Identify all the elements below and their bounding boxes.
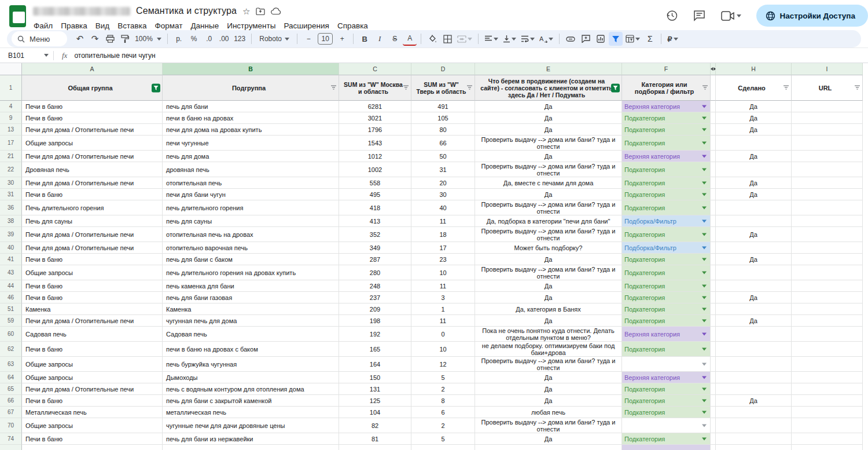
cell-e[interactable]: Да (475, 372, 622, 383)
column-header-D[interactable]: D (411, 63, 475, 75)
menu-item-5[interactable]: Данные (186, 20, 223, 31)
cell-d[interactable]: 3 (411, 292, 475, 303)
horizontal-align-button[interactable] (483, 32, 500, 46)
cell-c[interactable]: 1796 (339, 124, 411, 136)
menu-item-2[interactable]: Вид (91, 20, 113, 31)
cell-h[interactable]: Да (716, 124, 792, 136)
cell-i[interactable] (792, 280, 863, 292)
decrease-font-size-button[interactable]: − (301, 32, 315, 46)
cell-e[interactable]: Да (475, 383, 622, 395)
increase-font-size-button[interactable]: + (335, 32, 349, 46)
cell-e[interactable]: Проверить выдачу --> дома или бани? туда… (475, 418, 622, 433)
cell-c[interactable]: 82 (339, 418, 411, 433)
cell-b[interactable]: Садовая печь (163, 327, 339, 342)
cell-c[interactable]: 150 (339, 372, 411, 383)
cell-h[interactable] (716, 372, 792, 383)
cell-h[interactable] (716, 265, 792, 280)
filter-active-icon[interactable] (611, 83, 620, 92)
font-size-input[interactable]: 10 (318, 33, 333, 45)
insert-comment-button[interactable] (579, 32, 593, 46)
cell-a[interactable]: Печь длительного горения (22, 200, 163, 215)
cell-h[interactable]: Да (716, 395, 792, 407)
filter-icon[interactable] (783, 85, 789, 92)
cell-a[interactable]: Печи для дома / Отопительные печи (22, 315, 163, 327)
cell-i[interactable] (792, 315, 863, 327)
cell-b[interactable]: чугунная печь для дома (163, 315, 339, 327)
cell-e[interactable]: Да, вместе с печами для дома (475, 177, 622, 189)
row-header-46[interactable]: 46 (0, 292, 22, 303)
cell-h[interactable] (716, 200, 792, 215)
column-header-I[interactable]: I (792, 63, 863, 75)
cell-h[interactable] (716, 280, 792, 292)
cell-i[interactable] (792, 327, 863, 342)
cell-i[interactable] (792, 383, 863, 395)
strikethrough-button[interactable]: S (388, 32, 402, 46)
name-box[interactable]: B101 (0, 52, 53, 60)
category-dropdown[interactable]: Подкатегория (622, 189, 711, 200)
cell-d[interactable]: 80 (411, 124, 475, 136)
cell-e[interactable]: Да (475, 280, 622, 292)
category-dropdown[interactable] (622, 357, 711, 372)
cell-d[interactable]: 11 (411, 215, 475, 227)
cell-i[interactable] (792, 433, 863, 445)
cell-d[interactable]: 5 (411, 372, 475, 383)
row-header-74[interactable]: 74 (0, 433, 22, 445)
sheets-logo-icon[interactable] (9, 5, 26, 27)
cell-c[interactable]: 418 (339, 200, 411, 215)
cell-i[interactable] (792, 112, 863, 124)
cell-d[interactable]: 20 (411, 177, 475, 189)
row-header-31[interactable]: 31 (0, 189, 22, 200)
cell-a[interactable]: Печи в баню (22, 280, 163, 292)
cell-d[interactable]: 8 (411, 395, 475, 407)
cell-b[interactable]: печи чугунные (163, 136, 339, 151)
filter-views-button[interactable] (624, 32, 642, 46)
formula-input[interactable]: отопительные печи чугун (74, 52, 155, 60)
cell-d[interactable]: 31 (411, 162, 475, 177)
category-dropdown[interactable]: Подкатегория (622, 303, 711, 315)
menu-item-3[interactable]: Вставка (113, 20, 150, 31)
cell-b[interactable]: печь длительного горения на дровах купит… (163, 265, 339, 280)
cell-e[interactable]: Проверить выдачу --> дома или бани? туда… (475, 227, 622, 242)
cell-b[interactable]: печи для бани чугун (163, 189, 339, 200)
insert-chart-button[interactable] (594, 32, 608, 46)
cell-a[interactable]: Печи в баню (22, 395, 163, 407)
cell-a[interactable]: Общие запросы (22, 418, 163, 433)
cell-c[interactable]: 198 (339, 315, 411, 327)
cell-e[interactable]: Да (475, 189, 622, 200)
text-wrap-button[interactable] (519, 32, 536, 46)
cell-i[interactable] (792, 215, 863, 227)
cell-c[interactable]: 495 (339, 189, 411, 200)
cell-h[interactable]: Да (716, 101, 792, 112)
cell-a[interactable]: Печи в баню (22, 101, 163, 112)
cell-i[interactable] (792, 265, 863, 280)
cell-c[interactable]: 165 (339, 342, 411, 357)
star-icon[interactable]: ☆ (242, 7, 250, 16)
cell-a[interactable]: Печи для дома / Отопительные печи (22, 227, 163, 242)
menus-search[interactable]: Меню (12, 31, 67, 46)
cell-i[interactable] (792, 189, 863, 200)
doc-title[interactable]: Семантика и структура (136, 6, 237, 16)
cell-b[interactable]: печь буржуйка чугунная (163, 357, 339, 372)
row-header-17[interactable]: 17 (0, 136, 22, 151)
cell-b[interactable]: отопительная печь на дровах (163, 227, 339, 242)
cell-i[interactable] (792, 395, 863, 407)
insert-link-button[interactable] (564, 32, 578, 46)
cell-b[interactable]: Дымоходы (163, 372, 339, 383)
cell-e[interactable]: Проверить выдачу --> дома или бани? туда… (475, 162, 622, 177)
row-header-62[interactable]: 62 (0, 342, 22, 357)
cell-b[interactable]: печь для бани из нержавейки (163, 433, 339, 445)
cell-d[interactable]: 12 (411, 357, 475, 372)
undo-button[interactable]: ↶ (73, 32, 87, 46)
row-header-22[interactable]: 22 (0, 162, 22, 177)
comments-icon[interactable] (693, 10, 706, 21)
cell-h[interactable] (716, 162, 792, 177)
menu-item-0[interactable]: Файл (30, 20, 57, 31)
filter-icon[interactable] (466, 85, 473, 92)
cell-e[interactable]: Пока не очень понятно куда отнести. Дела… (475, 327, 622, 342)
header-cell-i[interactable]: URL (792, 75, 863, 101)
cell-c[interactable]: 413 (339, 215, 411, 227)
row-header-9[interactable]: 9 (0, 112, 22, 124)
category-dropdown[interactable]: Подборка/Фильтр (622, 215, 711, 227)
cell-e[interactable]: Да (475, 315, 622, 327)
cell-a[interactable]: Печи для дома / Отопительные печи (22, 124, 163, 136)
